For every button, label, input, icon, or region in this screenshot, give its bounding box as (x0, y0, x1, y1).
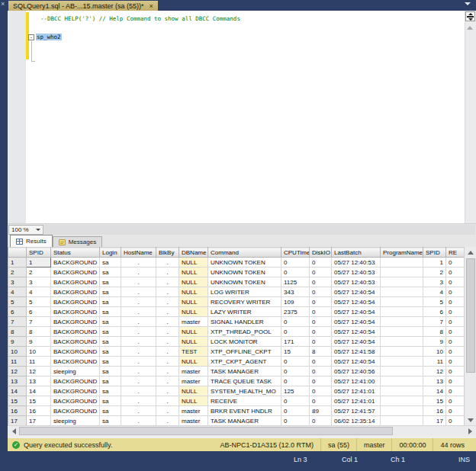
grid-cell[interactable]: . (156, 416, 179, 426)
grid-cell[interactable]: BACKGROUND (51, 287, 100, 297)
grid-cell[interactable]: master (179, 376, 208, 386)
grid-cell[interactable]: 0 (446, 258, 465, 268)
grid-cell[interactable]: . (121, 386, 156, 396)
grid-cell[interactable]: . (121, 317, 156, 327)
grid-cell[interactable]: LAZY WRITER (208, 307, 281, 317)
grid-cell[interactable]: 0 (281, 376, 310, 386)
collapse-minus-icon[interactable]: - (28, 34, 34, 40)
grid-cell[interactable]: . (156, 307, 179, 317)
grid-cell[interactable]: 0 (281, 416, 310, 426)
grid-cell[interactable]: XTP_OFFLINE_CKPT (208, 347, 281, 357)
grid-cell[interactable]: 15 (281, 347, 310, 357)
grid-cell[interactable]: TRACE QUEUE TASK (208, 376, 281, 386)
grid-cell[interactable]: 0 (446, 268, 465, 277)
grid-cell[interactable]: 11 (27, 357, 51, 367)
grid-cell[interactable] (381, 337, 423, 347)
grid-cell[interactable]: . (121, 268, 156, 277)
grid-cell[interactable] (381, 327, 423, 337)
grid-cell[interactable]: 0 (310, 317, 332, 327)
grid-cell[interactable]: 7 (423, 317, 446, 327)
grid-horizontal-scrollbar[interactable] (8, 425, 476, 436)
grid-cell[interactable]: . (156, 396, 179, 406)
grid-cell[interactable]: 0 (310, 337, 332, 347)
row-header[interactable]: 17 (8, 416, 27, 426)
grid-cell[interactable]: LOG WRITER (208, 287, 281, 297)
grid-cell[interactable]: . (156, 317, 179, 327)
grid-column-header[interactable]: BlkBy (156, 248, 179, 258)
grid-cell[interactable]: 0 (281, 367, 310, 376)
grid-cell[interactable]: . (156, 337, 179, 347)
row-header[interactable]: 16 (8, 406, 27, 416)
editor-vertical-scrollbar[interactable] (465, 11, 476, 223)
grid-cell[interactable]: 0 (446, 337, 465, 347)
grid-cell[interactable]: 13 (27, 376, 51, 386)
grid-cell[interactable]: 0 (446, 307, 465, 317)
grid-cell[interactable] (381, 258, 423, 268)
grid-cell[interactable]: . (156, 277, 179, 287)
grid-cell[interactable]: 05/27 12:41:58 (332, 347, 381, 357)
grid-cell[interactable]: 3 (423, 277, 446, 287)
row-header[interactable]: 2 (8, 268, 27, 277)
grid-cell[interactable] (381, 357, 423, 367)
grid-cell[interactable]: sa (100, 416, 121, 426)
grid-cell[interactable]: 0 (446, 317, 465, 327)
grid-column-header[interactable]: DBName (179, 248, 208, 258)
grid-vscroll-thumb[interactable] (466, 258, 475, 373)
grid-cell[interactable] (381, 277, 423, 287)
grid-cell[interactable]: 0 (310, 386, 332, 396)
grid-cell[interactable]: NULL (179, 297, 208, 307)
grid-cell[interactable]: NULL (179, 337, 208, 347)
row-header[interactable]: 1 (8, 258, 27, 268)
grid-cell[interactable]: 8 (423, 327, 446, 337)
grid-column-header[interactable]: SPID (27, 248, 51, 258)
grid-cell[interactable]: BACKGROUND (51, 396, 100, 406)
grid-cell[interactable]: 0 (446, 396, 465, 406)
grid-cell[interactable]: 6 (27, 307, 51, 317)
scroll-right-icon[interactable] (465, 426, 475, 436)
grid-cell[interactable]: . (121, 376, 156, 386)
grid-cell[interactable]: BACKGROUND (51, 258, 100, 268)
grid-cell[interactable]: 10 (423, 347, 446, 357)
grid-cell[interactable]: NULL (179, 396, 208, 406)
grid-cell[interactable]: 0 (446, 327, 465, 337)
grid-cell[interactable]: 0 (310, 367, 332, 376)
grid-cell[interactable]: 8 (27, 327, 51, 337)
grid-cell[interactable]: . (156, 347, 179, 357)
editor-horizontal-scrollbar[interactable] (44, 225, 475, 235)
grid-cell[interactable]: 0 (446, 406, 465, 416)
grid-cell[interactable]: sa (100, 396, 121, 406)
grid-cell[interactable]: 05/27 12:40:54 (332, 337, 381, 347)
grid-cell[interactable]: sa (100, 287, 121, 297)
grid-cell[interactable]: 0 (310, 258, 332, 268)
grid-cell[interactable]: sa (100, 357, 121, 367)
grid-cell[interactable]: BACKGROUND (51, 297, 100, 307)
grid-column-header[interactable]: ProgramName (381, 248, 423, 258)
grid-cell[interactable]: 0 (310, 287, 332, 297)
grid-cell[interactable]: 0 (310, 327, 332, 337)
row-header[interactable]: 14 (8, 386, 27, 396)
grid-cell[interactable]: 05/27 12:40:53 (332, 258, 381, 268)
grid-column-header[interactable]: Status (51, 248, 100, 258)
grid-cell[interactable]: 7 (27, 317, 51, 327)
grid-cell[interactable]: 0 (446, 367, 465, 376)
grid-cell[interactable]: 17 (423, 416, 446, 426)
grid-cell[interactable]: BACKGROUND (51, 357, 100, 367)
row-header[interactable]: 13 (8, 376, 27, 386)
grid-cell[interactable]: . (156, 258, 179, 268)
grid-cell[interactable]: 0 (281, 357, 310, 367)
grid-cell[interactable] (381, 287, 423, 297)
grid-cell[interactable] (381, 376, 423, 386)
grid-cell[interactable]: . (156, 406, 179, 416)
row-header[interactable]: 9 (8, 337, 27, 347)
row-header[interactable]: 6 (8, 307, 27, 317)
grid-cell[interactable]: master (179, 317, 208, 327)
grid-cell[interactable]: BACKGROUND (51, 386, 100, 396)
grid-cell[interactable]: sa (100, 317, 121, 327)
grid-cell[interactable]: sa (100, 277, 121, 287)
chevron-down-icon[interactable] (465, 2, 471, 5)
grid-cell[interactable]: RECEIVE (208, 396, 281, 406)
grid-cell[interactable] (381, 367, 423, 376)
grid-cell[interactable]: BRKR EVENT HNDLR (208, 406, 281, 416)
grid-cell[interactable]: 6 (423, 307, 446, 317)
grid-cell[interactable]: 05/27 12:41:00 (332, 376, 381, 386)
